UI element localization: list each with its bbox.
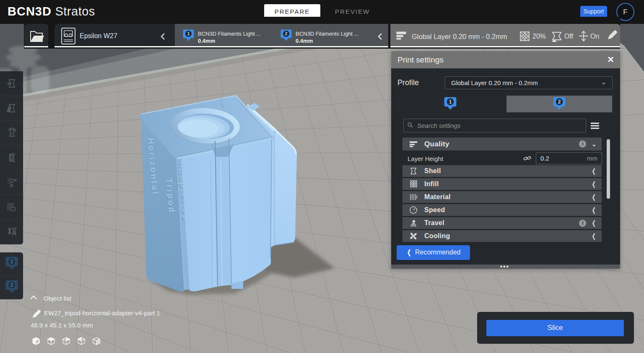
svg-text:2: 2 (285, 31, 287, 36)
svg-text:2: 2 (558, 99, 561, 105)
svg-text:1: 1 (187, 31, 190, 36)
svg-text:1: 1 (449, 99, 452, 105)
svg-text:1: 1 (10, 259, 13, 265)
svg-text:2: 2 (10, 282, 13, 288)
